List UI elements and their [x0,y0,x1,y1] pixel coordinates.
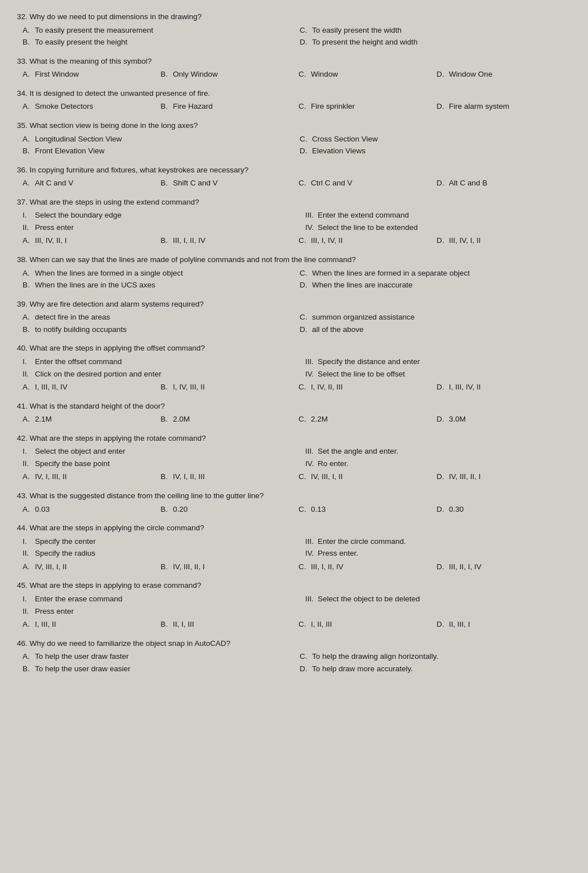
question-40: 40. What are the steps in applying the o… [17,343,571,392]
question-43: 43. What is the suggested distance from … [17,490,571,515]
q45-sub-left: I.Enter the erase command II.Press enter [23,593,288,617]
q45-ansA: A.I, III, II [23,619,157,630]
q39-optA: A.detect fire in the areas [23,312,294,323]
q46-optC: C.To help the drawing align horizontally… [300,651,571,662]
question-37: 37. What are the steps in using the exte… [17,197,571,246]
q40-ansA: A.I, III, II, IV [23,382,157,393]
q41-optC: C.2.2M [299,414,433,425]
question-32: 32. Why do we need to put dimensions in … [17,11,571,48]
q36-optA: A.Alt C and V [23,178,157,189]
q44-subI: I.Specify the center [23,536,288,547]
question-46: 46. Why do we need to familiarize the ob… [17,638,571,675]
q40-subI: I.Enter the offset command [23,356,288,367]
q38-optB: B.When the lines are in the UCS axes [23,280,294,291]
q40-ansB: B.I, IV, III, II [161,382,295,393]
q40-sub-right: III.Specify the distance and enter IV.Se… [305,356,571,379]
q43-options: A.0.03 B.0.20 C.0.13 D.0.30 [17,504,571,515]
q42-subI: I.Select the object and enter [23,446,288,457]
q35-options: A.Longitudinal Section View C.Cross Sect… [17,134,571,157]
q33-options: A.First Window B.Only Window C.Window D.… [17,69,571,80]
q46-text: 46. Why do we need to familiarize the ob… [17,638,571,649]
q44-ansD: D.III, II, I, IV [436,561,571,573]
q42-subIV: IV.Ro enter. [305,458,571,469]
q43-text: 43. What is the suggested distance from … [17,490,571,502]
q32-optD: D.To present the height and width [300,37,571,48]
q42-ansA: A.IV, I, III, II [23,471,157,482]
q38-optD: D.When the lines are inaccurate [300,280,571,291]
q33-optB: B.Only Window [161,69,295,80]
q41-optA: A.2.1M [23,414,157,425]
q35-optB: B.Front Elevation View [23,145,294,157]
q42-sub: I.Select the object and enter II.Specify… [17,446,571,469]
q40-answers: A.I, III, II, IV B.I, IV, III, II C.I, I… [17,382,571,393]
q40-sub-left: I.Enter the offset command II.Click on t… [23,356,288,379]
q45-ansC: C.I, II, III [299,619,433,630]
q41-options: A.2.1M B.2.0M C.2.2M D.3.0M [17,414,571,425]
q42-ansC: C.IV, III, I, II [299,471,433,482]
q37-subIII: III.Enter the extend command [305,210,571,221]
q45-subII: II.Press enter [23,606,288,617]
q32-optA: A.To easily present the measurement [23,25,294,36]
q46-optD: D.To help draw more accurately. [300,663,571,675]
q44-subIII: III.Enter the circle command. [305,536,571,547]
q46-optA: A.To help the user draw faster [23,651,294,662]
q45-ansD: D.II, III, I [436,619,571,630]
question-42: 42. What are the steps in applying the r… [17,433,571,482]
q34-optD: D.Fire alarm system [436,101,571,112]
q39-optC: C.summon organized assistance [300,312,571,323]
q38-options: A.When the lines are formed in a single … [17,268,571,291]
q36-optC: C.Ctrl C and V [299,178,433,189]
question-34: 34. It is designed to detect the unwante… [17,88,571,112]
q33-optC: C.Window [299,69,433,80]
q45-subI: I.Enter the erase command [23,593,288,605]
q44-subIV: IV.Press enter. [305,548,571,559]
q33-text: 33. What is the meaning of this symbol? [17,56,571,67]
q40-subII: II.Click on the desired portion and ente… [23,369,288,380]
q36-optD: D.Alt C and B [436,178,571,189]
q41-optB: B.2.0M [161,414,295,425]
q35-optA: A.Longitudinal Section View [23,134,294,145]
question-38: 38. When can we say that the lines are m… [17,254,571,291]
q37-sub-left: I.Select the boundary edge II.Press ente… [23,210,288,233]
q36-options: A.Alt C and V B.Shift C and V C.Ctrl C a… [17,178,571,189]
question-36: 36. In copying furniture and fixtures, w… [17,165,571,189]
q44-text: 44. What are the steps in applying the c… [17,522,571,534]
q38-optA: A.When the lines are formed in a single … [23,268,294,279]
q42-text: 42. What are the steps in applying the r… [17,433,571,444]
q42-sub-right: III.Set the angle and enter. IV.Ro enter… [305,446,571,469]
q42-answers: A.IV, I, III, II B.IV, I, II, III C.IV, … [17,471,571,482]
q32-optC: C.To easily present the width [300,25,571,36]
q42-ansB: B.IV, I, II, III [161,471,295,482]
q35-optD: D.Elevation Views [300,145,571,157]
q38-optC: C.When the lines are formed in a separat… [300,268,571,279]
question-35: 35. What section view is being done in t… [17,120,571,157]
q41-text: 41. What is the standard height of the d… [17,401,571,412]
q34-optB: B.Fire Hazard [161,101,295,112]
q37-ansC: C.III, I, IV, II [299,235,433,246]
q35-text: 35. What section view is being done in t… [17,120,571,131]
q40-sub: I.Enter the offset command II.Click on t… [17,356,571,379]
q43-optD: D.0.30 [436,504,571,515]
q44-answers: A.IV, III, I, II B.IV, III, II, I C.III,… [17,561,571,573]
q37-subIV: IV.Select the line to be extended [305,222,571,233]
q34-options: A.Smoke Detectors B.Fire Hazard C.Fire s… [17,101,571,112]
q41-optD: D.3.0M [436,414,571,425]
q42-subII: II.Specify the base point [23,458,288,469]
q44-subII: II.Specify the radius [23,548,288,559]
q45-ansB: B.II, I, III [161,619,295,630]
q37-ansA: A.III, IV, II, I [23,235,157,246]
question-39: 39. Why are fire detection and alarm sys… [17,299,571,335]
q36-optB: B.Shift C and V [161,178,295,189]
q42-subIII: III.Set the angle and enter. [305,446,571,457]
q45-sub-right: III.Select the object to be deleted [305,593,571,617]
q44-sub-right: III.Enter the circle command. IV.Press e… [305,536,571,559]
q37-text: 37. What are the steps in using the exte… [17,197,571,208]
q40-ansD: D.I, III, IV, II [436,382,571,393]
q44-sub-left: I.Specify the center II.Specify the radi… [23,536,288,559]
q34-optC: C.Fire sprinkler [299,101,433,112]
q45-answers: A.I, III, II B.II, I, III C.I, II, III D… [17,619,571,630]
q45-sub: I.Enter the erase command II.Press enter… [17,593,571,617]
q33-optA: A.First Window [23,69,157,80]
q37-sub-right: III.Enter the extend command IV.Select t… [305,210,571,233]
q37-subII: II.Press enter [23,222,288,233]
